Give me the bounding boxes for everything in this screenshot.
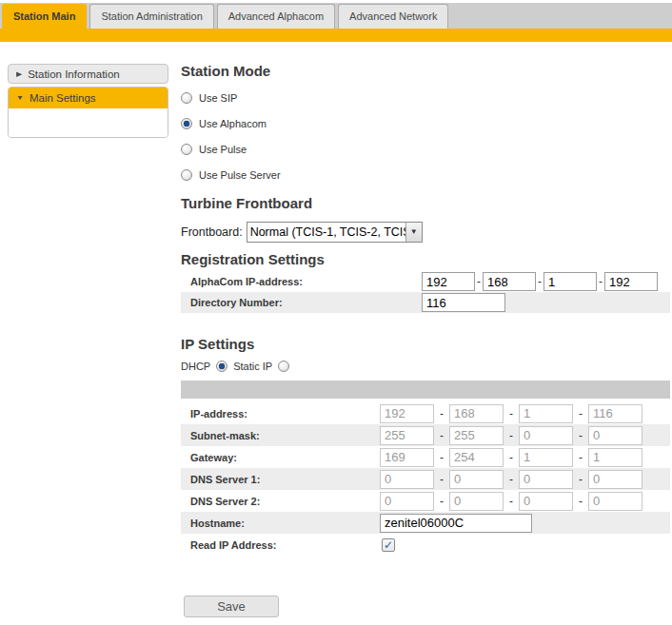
ip-address-octet-2 bbox=[449, 404, 504, 423]
alphacom-ip-octet-4[interactable] bbox=[604, 272, 658, 291]
sidebar-item-main-settings[interactable]: ▼ Main Settings bbox=[9, 88, 168, 108]
alphacom-ip-octet-1[interactable] bbox=[422, 272, 475, 291]
sidebar-panel-empty bbox=[9, 108, 168, 137]
dhcp-mode-row: DHCP Static IP bbox=[181, 360, 670, 373]
dns2-octet-4 bbox=[588, 492, 642, 511]
frontboard-select[interactable]: Normal (TCIS-1, TCIS-2, TCIS-3) ▼ bbox=[247, 222, 423, 243]
frontboard-selected-value: Normal (TCIS-1, TCIS-2, TCIS-3) bbox=[247, 225, 405, 239]
radio-icon[interactable] bbox=[181, 118, 192, 129]
dhcp-label: DHCP bbox=[181, 361, 210, 372]
radio-icon[interactable] bbox=[181, 92, 192, 104]
sidebar-item-label: Station Information bbox=[28, 65, 120, 84]
sidebar-item-label: Main Settings bbox=[30, 88, 96, 107]
read-ip-address-checkbox[interactable]: ✓ bbox=[382, 538, 395, 552]
frontboard-label: Frontboard: bbox=[181, 225, 243, 239]
octet-separator: - bbox=[440, 473, 444, 486]
sidebar: ▶ Station Information ▼ Main Settings bbox=[8, 64, 168, 138]
ip-address-octet-3 bbox=[519, 404, 573, 423]
station-mode-heading: Station Mode bbox=[181, 63, 670, 79]
gateway-octet-1 bbox=[380, 448, 434, 467]
tab-station-administration[interactable]: Station Administration bbox=[89, 4, 213, 29]
ip-octet-group: - - - bbox=[380, 492, 642, 511]
octet-separator: - bbox=[509, 495, 513, 508]
octet-separator: - bbox=[599, 275, 603, 288]
expanded-arrow-icon: ▼ bbox=[16, 89, 24, 107]
table-row-gateway: Gateway: - - - bbox=[181, 446, 670, 468]
subnet-mask-octet-2 bbox=[449, 426, 504, 445]
radio-label: Use Pulse bbox=[199, 144, 247, 155]
field-label: AlphaCom IP-address: bbox=[181, 276, 422, 287]
radio-use-alphacom[interactable]: Use Alphacom bbox=[181, 118, 670, 129]
save-button[interactable]: Save bbox=[184, 596, 279, 617]
field-label: Gateway: bbox=[181, 452, 380, 463]
octet-separator: - bbox=[509, 407, 513, 420]
ip-octet-group: - - - bbox=[422, 272, 658, 291]
dropdown-arrow-icon[interactable]: ▼ bbox=[405, 223, 422, 242]
field-label: DNS Server 2: bbox=[181, 496, 380, 507]
octet-separator: - bbox=[477, 275, 481, 288]
octet-separator: - bbox=[579, 451, 583, 464]
table-row-directory-number: Directory Number: bbox=[181, 292, 670, 313]
static-ip-radio[interactable] bbox=[278, 361, 289, 372]
registration-table: AlphaCom IP-address: - - - Directory Num… bbox=[181, 271, 670, 313]
field-label: DNS Server 1: bbox=[181, 474, 380, 485]
ip-octet-group: - - - bbox=[380, 404, 642, 423]
radio-use-sip[interactable]: Use SIP bbox=[181, 92, 670, 104]
octet-separator: - bbox=[579, 495, 583, 508]
radio-icon[interactable] bbox=[181, 144, 192, 155]
octet-separator: - bbox=[440, 451, 444, 464]
octet-separator: - bbox=[509, 429, 513, 442]
gateway-octet-3 bbox=[519, 448, 573, 467]
header-accent-bar bbox=[0, 29, 672, 42]
alphacom-ip-octet-2[interactable] bbox=[483, 272, 536, 291]
ip-settings-table: IP-address: - - - Subnet-mask: bbox=[181, 402, 670, 556]
ip-octet-group: - - - bbox=[380, 448, 642, 467]
dns2-octet-2 bbox=[449, 492, 504, 511]
table-row-ip-address: IP-address: - - - bbox=[181, 402, 670, 424]
field-label: Read IP Address: bbox=[181, 539, 380, 551]
octet-separator: - bbox=[440, 495, 444, 508]
field-label: Subnet-mask: bbox=[181, 430, 380, 441]
tab-bar: Station Main Station Administration Adva… bbox=[0, 3, 672, 29]
registration-settings-heading: Registration Settings bbox=[181, 251, 670, 267]
octet-separator: - bbox=[440, 429, 444, 442]
field-label: Hostname: bbox=[181, 518, 380, 529]
octet-separator: - bbox=[579, 407, 583, 420]
radio-icon[interactable] bbox=[181, 169, 192, 181]
dns2-octet-3 bbox=[519, 492, 573, 511]
hostname-input[interactable] bbox=[380, 514, 532, 533]
dns2-octet-1 bbox=[380, 492, 434, 511]
tab-station-main[interactable]: Station Main bbox=[2, 4, 87, 29]
subnet-mask-octet-3 bbox=[519, 426, 573, 445]
main-content: Station Mode Use SIP Use Alphacom Use Pu… bbox=[181, 42, 670, 617]
gateway-octet-4 bbox=[588, 448, 642, 467]
radio-use-pulse[interactable]: Use Pulse bbox=[181, 144, 670, 155]
tab-advanced-network[interactable]: Advanced Network bbox=[338, 4, 448, 29]
dns1-octet-4 bbox=[588, 470, 642, 489]
dns1-octet-1 bbox=[380, 470, 434, 489]
table-row-subnet-mask: Subnet-mask: - - - bbox=[181, 424, 670, 446]
static-ip-label: Static IP bbox=[233, 361, 272, 372]
ip-address-octet-1 bbox=[380, 404, 434, 423]
table-row-dns-server-1: DNS Server 1: - - - bbox=[181, 468, 670, 490]
tab-advanced-alphacom[interactable]: Advanced Alphacom bbox=[217, 4, 335, 29]
dns1-octet-3 bbox=[519, 470, 573, 489]
ip-octet-group: - - - bbox=[380, 470, 642, 489]
table-row-read-ip-address: Read IP Address: ✓ bbox=[181, 534, 670, 556]
ip-table-header-bar bbox=[181, 381, 670, 399]
table-row-dns-server-2: DNS Server 2: - - - bbox=[181, 490, 670, 512]
radio-use-pulse-server[interactable]: Use Pulse Server bbox=[181, 169, 670, 181]
directory-number-input[interactable] bbox=[422, 293, 505, 312]
radio-label: Use Alphacom bbox=[199, 118, 267, 129]
page-body: ▶ Station Information ▼ Main Settings St… bbox=[0, 42, 672, 617]
octet-separator: - bbox=[579, 429, 583, 442]
sidebar-item-station-information[interactable]: ▶ Station Information bbox=[8, 64, 168, 84]
octet-separator: - bbox=[440, 407, 444, 420]
alphacom-ip-octet-3[interactable] bbox=[544, 272, 597, 291]
dhcp-radio[interactable] bbox=[216, 361, 227, 372]
field-label: Directory Number: bbox=[181, 297, 422, 308]
octet-separator: - bbox=[509, 451, 513, 464]
octet-separator: - bbox=[538, 275, 542, 288]
gateway-octet-2 bbox=[449, 448, 504, 467]
ip-settings-heading: IP Settings bbox=[181, 336, 670, 352]
